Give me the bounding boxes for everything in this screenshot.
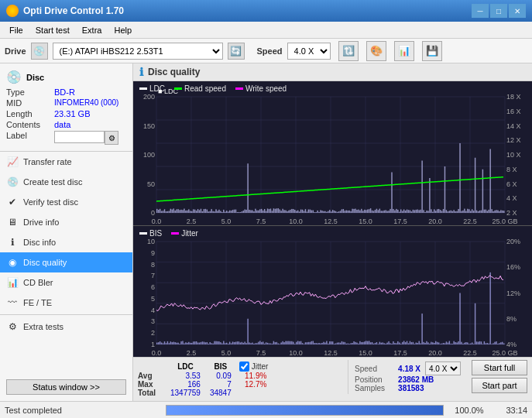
close-button[interactable]: ✕ — [509, 4, 526, 18]
menu-file[interactable]: File — [3, 24, 29, 36]
drive-info-icon: 🖥 — [6, 216, 19, 228]
menu-extra[interactable]: Extra — [76, 24, 108, 36]
toolbar-icon-chart[interactable]: 📊 — [394, 41, 414, 61]
disc-label-key: Label — [6, 131, 54, 145]
nav-label-verify-test-disc: Verify test disc — [23, 197, 78, 207]
statusbar: Test completed 100.0% 33:14 — [0, 401, 532, 418]
chart1-canvas — [133, 81, 532, 225]
jitter-dot — [171, 232, 179, 235]
dq-icon: ℹ — [139, 66, 143, 78]
nav-item-verify-test-disc[interactable]: ✔ Verify test disc — [0, 192, 132, 212]
samples-label: Samples — [355, 384, 393, 392]
legend-jitter: Jitter — [171, 229, 198, 238]
disc-label-btn[interactable]: ⚙ — [105, 131, 118, 145]
samples-row: Samples 381583 — [355, 384, 461, 392]
progress-percent: 100.0% — [450, 406, 489, 415]
right-panel: ℹ Disc quality LDC Read speed — [133, 63, 532, 401]
disc-contents-val: data — [54, 120, 70, 129]
speed-row: Speed 4.18 X 4.0 X — [355, 361, 461, 375]
start-full-button[interactable]: Start full — [472, 360, 527, 375]
menu-start-test[interactable]: Start test — [29, 24, 76, 36]
drivebar: Drive 💿 (E:) ATAPI iHBS212 2.53T1 🔄 Spee… — [0, 39, 532, 63]
nav-item-cd-bler[interactable]: 📊 CD Bler — [0, 272, 132, 293]
legend-read-speed: Read speed — [174, 84, 226, 93]
disc-contents-key: Contents — [6, 120, 54, 129]
nav-item-drive-info[interactable]: 🖥 Drive info — [0, 212, 132, 232]
disc-contents-row: Contents data — [6, 120, 126, 129]
disc-label-input[interactable] — [54, 131, 105, 143]
legend-bis-label: BIS — [149, 229, 162, 238]
status-window-btn[interactable]: Status window >> — [6, 379, 126, 395]
read-speed-dot — [174, 87, 182, 90]
samples-val: 381583 — [398, 384, 424, 392]
disc-info-icon: ℹ — [6, 236, 19, 248]
nav-item-create-test-disc[interactable]: 💿 Create test disc — [0, 172, 132, 192]
disc-length-val: 23.31 GB — [54, 109, 90, 118]
start-buttons: Start full Start part — [467, 360, 527, 393]
total-label: Total — [138, 389, 166, 397]
speed-select-stats[interactable]: 4.0 X — [425, 361, 461, 375]
total-bis: 34847 — [205, 389, 236, 397]
menu-help[interactable]: Help — [108, 24, 138, 36]
nav-item-disc-info[interactable]: ℹ Disc info — [0, 232, 132, 252]
col-ldc: LDC — [166, 361, 205, 372]
avg-label: Avg — [138, 372, 166, 380]
nav-item-disc-quality[interactable]: ◉ Disc quality — [0, 252, 132, 272]
transfer-rate-icon: 📈 — [6, 156, 19, 168]
sidebar: 💿 Disc Type BD-R MID INFOMER40 (000) Len… — [0, 63, 133, 401]
nav-label-drive-info: Drive info — [23, 218, 59, 227]
nav-item-extra-tests[interactable]: ⚙ Extra tests — [0, 317, 132, 337]
nav-label-transfer-rate: Transfer rate — [23, 157, 72, 166]
jitter-checkbox[interactable] — [239, 361, 249, 372]
disc-mid-row: MID INFOMER40 (000) — [6, 98, 126, 108]
speed-select-drive[interactable]: 4.0 X — [287, 43, 331, 60]
disc-quality-icon: ◉ — [6, 256, 19, 269]
nav-separator — [0, 314, 132, 315]
extra-tests-icon: ⚙ — [6, 320, 19, 333]
cd-bler-icon: 📊 — [6, 276, 19, 289]
chart2-wrapper: BIS Jitter — [133, 226, 532, 357]
legend-bis: BIS — [139, 229, 162, 238]
nav-item-transfer-rate[interactable]: 📈 Transfer rate — [0, 152, 132, 172]
app-title: Opti Drive Control 1.70 — [23, 5, 124, 16]
disc-header-label: Disc — [26, 73, 44, 82]
jitter-label: Jitter — [252, 362, 269, 371]
ldc-dot — [139, 87, 147, 90]
nav-label-create-test-disc: Create test disc — [23, 177, 82, 187]
disc-mid-val: INFOMER40 (000) — [54, 98, 118, 108]
disc-type-key: Type — [6, 87, 54, 97]
drive-eject-icon[interactable]: 💿 — [31, 43, 48, 60]
legend-write-speed: Write speed — [235, 84, 287, 93]
max-ldc: 166 — [166, 380, 205, 389]
position-label: Position — [355, 375, 393, 384]
maximize-button[interactable]: □ — [490, 4, 507, 18]
titlebar: Opti Drive Control 1.70 ─ □ ✕ — [0, 0, 532, 22]
nav-item-fe-te[interactable]: 〰 FE / TE — [0, 293, 132, 313]
total-ldc: 1347759 — [166, 389, 205, 397]
stats-bar: LDC BIS Jitter Avg — [133, 357, 532, 401]
stats-speed-section: Speed 4.18 X 4.0 X Position 23862 MB Sam… — [348, 360, 467, 394]
legend-jitter-label: Jitter — [181, 229, 198, 238]
speed-val: 4.18 X — [398, 365, 420, 373]
nav-label-extra-tests: Extra tests — [23, 322, 63, 331]
drive-refresh-icon[interactable]: 🔄 — [228, 43, 245, 60]
nav-label-cd-bler: CD Bler — [23, 278, 53, 287]
toolbar-icon-refresh[interactable]: 🔃 — [338, 41, 359, 61]
drive-select[interactable]: (E:) ATAPI iHBS212 2.53T1 — [53, 43, 223, 60]
disc-header-icon: 💿 — [6, 70, 22, 84]
chart2-legend: BIS Jitter — [139, 229, 198, 238]
nav-label-disc-info: Disc info — [23, 238, 56, 247]
nav-label-disc-quality: Disc quality — [23, 258, 67, 267]
disc-mid-key: MID — [6, 98, 54, 108]
write-speed-dot — [235, 87, 243, 90]
start-part-button[interactable]: Start part — [472, 378, 527, 393]
speed-label: Speed — [257, 46, 283, 56]
disc-info-panel: 💿 Disc Type BD-R MID INFOMER40 (000) Len… — [0, 67, 132, 152]
legend-ldc-label: LDC — [149, 84, 165, 93]
toolbar-icon-save[interactable]: 💾 — [422, 41, 442, 61]
toolbar-icon-color[interactable]: 🎨 — [366, 41, 386, 61]
minimize-button[interactable]: ─ — [472, 4, 489, 18]
chart2-canvas — [133, 226, 532, 357]
legend-ldc: LDC — [139, 84, 165, 93]
jitter-checkbox-label[interactable]: Jitter — [239, 361, 269, 372]
